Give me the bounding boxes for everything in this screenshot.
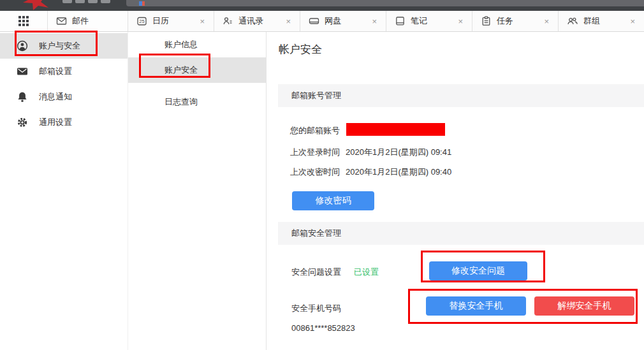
tab-close-icon[interactable]: × [286, 17, 291, 26]
last-login-value: 2020年1月2日(星期四) 09:41 [346, 147, 451, 158]
apps-grid-icon [18, 16, 29, 26]
tab-label: 邮件 [72, 15, 89, 27]
tab-close-icon[interactable]: × [544, 17, 549, 26]
tab-close-icon[interactable]: × [630, 17, 635, 26]
unbind-security-phone-button[interactable]: 解绑安全手机 [534, 296, 634, 316]
subnav-item-account-security[interactable]: 账户安全 [128, 57, 267, 83]
sidebar-item-general-settings[interactable]: 通用设置 [0, 110, 128, 135]
general-settings-gear-icon [17, 117, 28, 128]
tab-tasks[interactable]: 任务 × [472, 11, 558, 31]
svg-text:25: 25 [139, 18, 144, 24]
notes-icon [395, 16, 406, 26]
mail-icon [56, 16, 67, 26]
settings-sidebar: 账户与安全 邮箱设置 消息通知 通用设置 [0, 32, 128, 350]
sidebar-item-mailbox-settings[interactable]: 邮箱设置 [0, 59, 128, 84]
tab-label: 笔记 [411, 15, 427, 27]
change-security-question-button[interactable]: 修改安全问题 [429, 261, 527, 281]
section-header-label: 邮箱安全管理 [291, 228, 341, 239]
tab-groups[interactable]: 群组 × [558, 11, 644, 31]
tab-notes[interactable]: 笔记 × [386, 11, 472, 31]
sidebar-item-label: 消息通知 [39, 91, 72, 103]
security-phone-value: 00861****852823 [291, 323, 355, 333]
notification-bell-icon [17, 91, 28, 103]
calendar-icon: 25 [136, 16, 147, 26]
app-window: 邮件 25 日历 × 通讯录 × 网盘 × 笔 [0, 0, 644, 350]
contacts-icon [223, 16, 233, 26]
groups-icon [567, 16, 578, 26]
change-password-button[interactable]: 修改密码 [292, 191, 374, 210]
tab-contacts[interactable]: 通讯录 × [214, 11, 300, 31]
tab-label: 网盘 [325, 15, 341, 27]
apps-grid-button[interactable] [0, 11, 48, 31]
brand-wordmark [62, 0, 110, 3]
last-password-change-value: 2020年1月2日(星期四) 09:40 [346, 166, 451, 178]
tab-netdisk[interactable]: 网盘 × [300, 11, 386, 31]
account-security-icon [17, 40, 28, 52]
tab-close-icon[interactable]: × [458, 17, 463, 26]
subnav-item-label: 账户安全 [165, 64, 198, 76]
sidebar-item-label: 邮箱设置 [39, 66, 72, 77]
tab-mail[interactable]: 邮件 [48, 11, 128, 31]
last-password-change-label: 上次改密时间 [290, 166, 340, 178]
security-subnav: 账户信息 账户安全 日志查询 [128, 32, 267, 350]
email-redaction-block [346, 123, 445, 136]
last-login-label: 上次登录时间 [290, 147, 340, 158]
tabbar: 邮件 25 日历 × 通讯录 × 网盘 × 笔 [0, 11, 644, 32]
section-header-security-management: 邮箱安全管理 [278, 222, 644, 245]
netdisk-icon [309, 16, 319, 26]
page-title: 帐户安全 [279, 42, 322, 57]
section-header-account-management: 邮箱账号管理 [278, 84, 644, 107]
subnav-item-label: 日志查询 [165, 96, 198, 108]
security-question-status: 已设置 [354, 266, 379, 278]
subnav-item-label: 账户信息 [165, 39, 198, 50]
mini-favicon-icon [139, 1, 145, 6]
main-content: 帐户安全 邮箱账号管理 您的邮箱账号 上次登录时间 2020年1月2日(星期四)… [267, 32, 644, 350]
tab-label: 通讯录 [238, 15, 263, 27]
tab-close-icon[interactable]: × [200, 17, 205, 26]
topbar [0, 0, 644, 11]
tab-label: 日历 [152, 15, 169, 27]
sidebar-item-label: 通用设置 [39, 117, 72, 128]
security-question-label: 安全问题设置 [291, 266, 341, 278]
sidebar-item-label: 账户与安全 [39, 40, 80, 52]
subnav-item-account-info[interactable]: 账户信息 [128, 32, 267, 57]
tab-calendar[interactable]: 25 日历 × [128, 11, 214, 31]
email-account-label: 您的邮箱账号 [290, 125, 340, 136]
security-phone-label: 安全手机号码 [291, 303, 341, 314]
mailbox-settings-icon [17, 66, 28, 77]
tab-label: 任务 [497, 15, 513, 27]
tab-close-icon[interactable]: × [372, 17, 377, 26]
topbar-panel [126, 0, 644, 6]
tab-label: 群组 [583, 15, 600, 27]
brand-logo-icon [18, 0, 65, 10]
sidebar-item-notifications[interactable]: 消息通知 [0, 84, 128, 110]
section-header-label: 邮箱账号管理 [291, 90, 341, 101]
tasks-icon [481, 16, 492, 26]
sidebar-item-account-security[interactable]: 账户与安全 [0, 33, 128, 59]
replace-security-phone-button[interactable]: 替换安全手机 [426, 296, 526, 316]
subnav-item-log-query[interactable]: 日志查询 [128, 89, 267, 115]
